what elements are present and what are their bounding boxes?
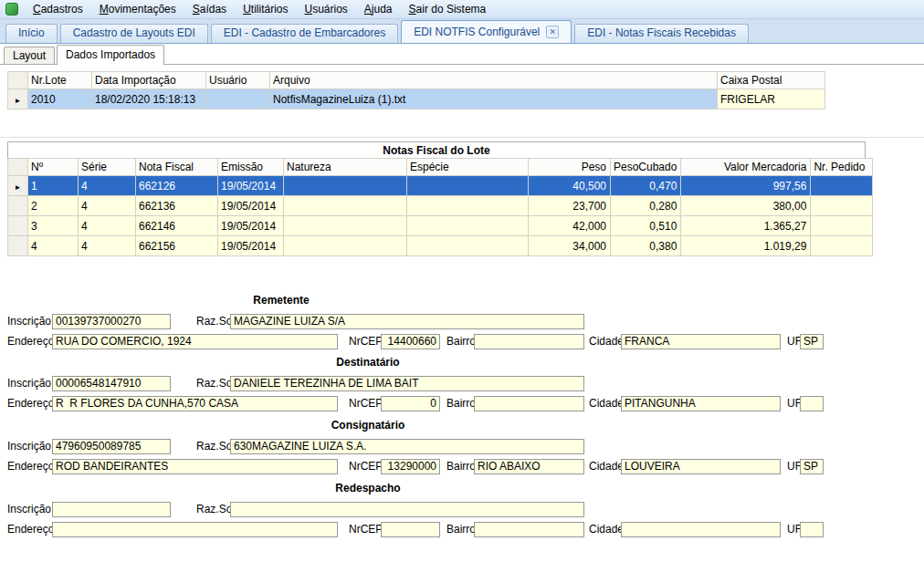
notas-grid-title: Notas Fiscal do Lote xyxy=(7,141,866,159)
lote-row[interactable]: ► 2010 18/02/2020 15:18:13 NotfisMagazin… xyxy=(8,89,825,109)
column-header-natureza[interactable]: Natureza xyxy=(284,159,407,176)
cell-serie: 4 xyxy=(79,216,136,236)
redespacho-inscricao-input[interactable] xyxy=(52,502,171,517)
remetente-bairro-input[interactable] xyxy=(474,334,584,349)
redespacho-nrcep-input[interactable] xyxy=(381,522,440,537)
close-icon[interactable]: ✕ xyxy=(546,26,559,38)
uf-label: UF xyxy=(787,335,800,348)
section-title-redespacho: Redespacho xyxy=(7,482,729,495)
cell-data-importacao: 18/02/2020 15:18:13 xyxy=(92,89,206,109)
column-header-nr-lote[interactable]: Nr.Lote xyxy=(28,72,92,89)
destinatario-nrcep-input[interactable] xyxy=(381,396,440,411)
consignatario-inscricao-input[interactable] xyxy=(52,439,171,454)
cell-natureza xyxy=(284,236,407,256)
redespacho-uf-input[interactable] xyxy=(800,522,824,537)
cell-peso-cubado: 0,280 xyxy=(611,196,681,216)
consignatario-section: Consignatário Inscrição Raz.Soc. Endereç… xyxy=(7,419,917,477)
cell-peso: 23,700 xyxy=(529,196,611,216)
cell-especie xyxy=(407,216,529,236)
remetente-uf-input[interactable] xyxy=(800,334,824,349)
remetente-razsoc-input[interactable] xyxy=(230,314,584,329)
form-row: Inscrição Raz.Soc. xyxy=(7,312,917,330)
menu-item-movimentacoes[interactable]: Movimentações xyxy=(91,1,184,17)
consignatario-bairro-input[interactable] xyxy=(474,459,584,474)
cell-nr-pedido xyxy=(811,196,873,216)
form-row: Endereço NrCEP Bairro Cidade UF xyxy=(7,394,917,412)
column-header-caixa-postal[interactable]: Caixa Postal xyxy=(718,72,825,89)
cell-natureza xyxy=(284,176,407,196)
endereco-label: Endereço xyxy=(7,523,52,536)
subtab-dados-importados[interactable]: Dados Importados xyxy=(57,45,164,65)
row-selector xyxy=(8,216,28,236)
menu-item-usuarios[interactable]: Usuários xyxy=(296,1,355,17)
column-header-emissao[interactable]: Emissão xyxy=(218,159,284,176)
remetente-nrcep-input[interactable] xyxy=(381,334,440,349)
tab-inicio[interactable]: Início xyxy=(5,24,58,43)
column-header-peso[interactable]: Peso xyxy=(529,159,611,176)
column-header-especie[interactable]: Espécie xyxy=(407,159,529,176)
subtab-layout[interactable]: Layout xyxy=(4,47,55,64)
consignatario-uf-input[interactable] xyxy=(800,459,824,474)
bairro-label: Bairro xyxy=(446,460,474,473)
cell-nr-pedido xyxy=(811,236,873,256)
consignatario-endereco-input[interactable] xyxy=(52,459,338,474)
app-icon xyxy=(5,3,18,16)
cidade-label: Cidade xyxy=(589,335,621,348)
column-header-usuario[interactable]: Usuário xyxy=(206,72,270,89)
cell-serie: 4 xyxy=(79,196,136,216)
tab-edi-notfis-configuravel[interactable]: EDI NOTFIS Configurável ✕ xyxy=(401,20,572,43)
nrcep-label: NrCEP xyxy=(349,460,381,473)
cell-peso-cubado: 0,470 xyxy=(611,176,681,196)
tab-cadastro-layouts-edi[interactable]: Cadastro de Layouts EDI xyxy=(60,24,208,43)
menu-item-utilitarios[interactable]: Utilitários xyxy=(235,1,296,17)
redespacho-endereco-input[interactable] xyxy=(52,522,338,537)
destinatario-uf-input[interactable] xyxy=(800,396,824,411)
consignatario-razsoc-input[interactable] xyxy=(230,439,584,454)
nota-row[interactable]: ► 1 4 662126 19/05/2014 40,500 0,470 997… xyxy=(8,176,873,196)
cell-emissao: 19/05/2014 xyxy=(218,236,284,256)
destinatario-cidade-input[interactable] xyxy=(621,396,781,411)
nota-row[interactable]: 4 4 662156 19/05/2014 34,000 0,380 1.019… xyxy=(8,236,873,256)
menu-item-saidas[interactable]: Saídas xyxy=(184,1,235,17)
column-header-serie[interactable]: Série xyxy=(79,159,136,176)
column-header-nr-pedido[interactable]: Nr. Pedido xyxy=(811,159,873,176)
remetente-cidade-input[interactable] xyxy=(621,334,781,349)
menu-item-sair[interactable]: Sair do Sistema xyxy=(401,1,495,17)
redespacho-cidade-input[interactable] xyxy=(621,522,781,537)
destinatario-razsoc-input[interactable] xyxy=(230,376,584,391)
column-header-n[interactable]: Nº xyxy=(28,159,79,176)
razsoc-label: Raz.Soc. xyxy=(196,315,230,328)
row-selector-header xyxy=(8,72,28,89)
column-header-data-importacao[interactable]: Data Importação xyxy=(92,72,206,89)
column-header-nota-fiscal[interactable]: Nota Fiscal xyxy=(136,159,218,176)
remetente-endereco-input[interactable] xyxy=(52,334,338,349)
column-header-peso-cubado[interactable]: PesoCubado xyxy=(611,159,681,176)
column-header-valor-mercadoria[interactable]: Valor Mercadoria xyxy=(681,159,811,176)
cell-natureza xyxy=(284,196,407,216)
nota-row[interactable]: 3 4 662146 19/05/2014 42,000 0,510 1.365… xyxy=(8,216,873,236)
razsoc-label: Raz.Soc. xyxy=(196,440,230,453)
cell-arquivo: NotfisMagazineLuiza (1).txt xyxy=(270,89,718,109)
row-selector-header xyxy=(8,159,28,176)
destinatario-bairro-input[interactable] xyxy=(474,396,584,411)
menu-item-ajuda[interactable]: Ajuda xyxy=(356,1,401,17)
redespacho-razsoc-input[interactable] xyxy=(230,502,584,517)
bairro-label: Bairro xyxy=(446,335,474,348)
destinatario-endereco-input[interactable] xyxy=(52,396,338,411)
remetente-inscricao-input[interactable] xyxy=(52,314,171,329)
cell-n: 4 xyxy=(28,236,79,256)
tab-edi-cadastro-embarcadores[interactable]: EDI - Cadastro de Embarcadores xyxy=(211,24,398,43)
consignatario-nrcep-input[interactable] xyxy=(381,459,440,474)
cell-valor-mercadoria: 1.365,27 xyxy=(681,216,811,236)
menu-item-cadastros[interactable]: Cadastros xyxy=(25,1,91,17)
redespacho-bairro-input[interactable] xyxy=(474,522,584,537)
tab-edi-notas-fiscais-recebidas[interactable]: EDI - Notas Fiscais Recebidas xyxy=(574,24,749,43)
cidade-label: Cidade xyxy=(589,523,621,536)
form-row: Endereço NrCEP Bairro Cidade UF xyxy=(7,332,917,350)
nota-row[interactable]: 2 4 662136 19/05/2014 23,700 0,280 380,0… xyxy=(8,196,873,216)
column-header-arquivo[interactable]: Arquivo xyxy=(270,72,718,89)
consignatario-cidade-input[interactable] xyxy=(621,459,781,474)
cell-n: 2 xyxy=(28,196,79,216)
destinatario-inscricao-input[interactable] xyxy=(52,376,171,391)
notas-grid: Nº Série Nota Fiscal Emissão Natureza Es… xyxy=(7,158,873,256)
